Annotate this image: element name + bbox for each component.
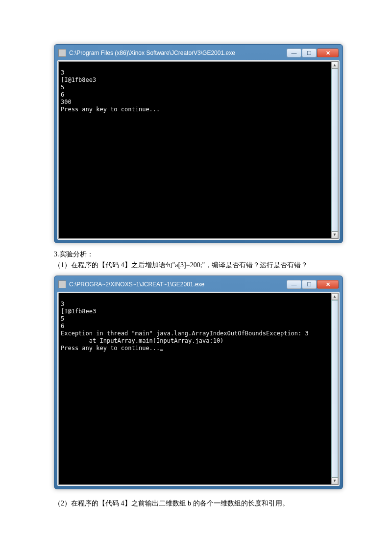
console-text-1: 3 [I@1fb8ee3 5 6 300 Press any key to co… <box>61 69 160 113</box>
scrollbar-2[interactable]: ▲ ▼ <box>331 293 338 484</box>
console-window-2: C:\PROGRA~2\XINOXS~1\JCREAT~1\GE2001.exe… <box>54 276 343 489</box>
scroll-thumb[interactable] <box>331 69 338 231</box>
chevron-down-icon: ▼ <box>334 232 336 237</box>
text-cursor <box>160 350 163 351</box>
close-button[interactable]: ✕ <box>317 49 339 57</box>
maximize-button[interactable]: ☐ <box>302 49 317 57</box>
scroll-down-button[interactable]: ▼ <box>331 231 338 238</box>
minimize-icon: — <box>292 281 297 287</box>
minimize-button[interactable]: — <box>287 280 301 289</box>
section-heading: 3.实验分析： <box>54 249 343 260</box>
scrollbar-1[interactable]: ▲ ▼ <box>331 62 338 238</box>
scroll-down-button[interactable]: ▼ <box>331 478 338 484</box>
window-buttons-1: — ☐ ✕ <box>286 49 339 57</box>
window-title-1: C:\Program Files (x86)\Xinox Software\JC… <box>69 50 286 56</box>
console-output-2[interactable]: 3 [I@1fb8ee3 5 6 Exception in thread "ma… <box>58 293 339 485</box>
close-button[interactable]: ✕ <box>317 280 339 289</box>
window-buttons-2: — ☐ ✕ <box>286 280 339 289</box>
analysis-section: 3.实验分析： （1）在程序的【代码 4】之后增加语句"a[3]=200;"，编… <box>54 249 343 271</box>
minimize-button[interactable]: — <box>287 49 301 57</box>
scroll-up-button[interactable]: ▲ <box>331 62 338 69</box>
client-area-1: 3 [I@1fb8ee3 5 6 300 Press any key to co… <box>57 60 340 240</box>
analysis-section-2: （2）在程序的【代码 4】之前输出二维数组 b 的各个一维数组的长度和引用。 <box>54 498 343 509</box>
chevron-up-icon: ▲ <box>334 63 336 67</box>
console-text-2: 3 [I@1fb8ee3 5 6 Exception in thread "ma… <box>61 301 309 352</box>
analysis-item-1: （1）在程序的【代码 4】之后增加语句"a[3]=200;"，编译是否有错？运行… <box>54 260 343 271</box>
maximize-button[interactable]: ☐ <box>302 280 317 289</box>
window-title-2: C:\PROGRA~2\XINOXS~1\JCREAT~1\GE2001.exe <box>69 281 286 288</box>
close-icon: ✕ <box>326 50 330 56</box>
client-area-2: 3 [I@1fb8ee3 5 6 Exception in thread "ma… <box>57 292 340 486</box>
maximize-icon: ☐ <box>307 50 312 56</box>
analysis-item-2: （2）在程序的【代码 4】之前输出二维数组 b 的各个一维数组的长度和引用。 <box>54 498 343 509</box>
document-page: C:\Program Files (x86)\Xinox Software\JC… <box>0 0 392 533</box>
chevron-up-icon: ▲ <box>334 294 336 299</box>
close-icon: ✕ <box>326 281 330 288</box>
app-icon <box>58 280 66 288</box>
console-output-1[interactable]: 3 [I@1fb8ee3 5 6 300 Press any key to co… <box>58 61 339 239</box>
maximize-icon: ☐ <box>307 281 312 288</box>
chevron-down-icon: ▼ <box>334 479 336 483</box>
scroll-thumb[interactable] <box>331 300 338 478</box>
titlebar-1: C:\Program Files (x86)\Xinox Software\JC… <box>57 48 340 60</box>
scroll-up-button[interactable]: ▲ <box>331 293 338 300</box>
app-icon <box>58 49 66 57</box>
titlebar-2: C:\PROGRA~2\XINOXS~1\JCREAT~1\GE2001.exe… <box>57 279 340 292</box>
console-window-1: C:\Program Files (x86)\Xinox Software\JC… <box>54 44 343 243</box>
minimize-icon: — <box>292 50 297 56</box>
